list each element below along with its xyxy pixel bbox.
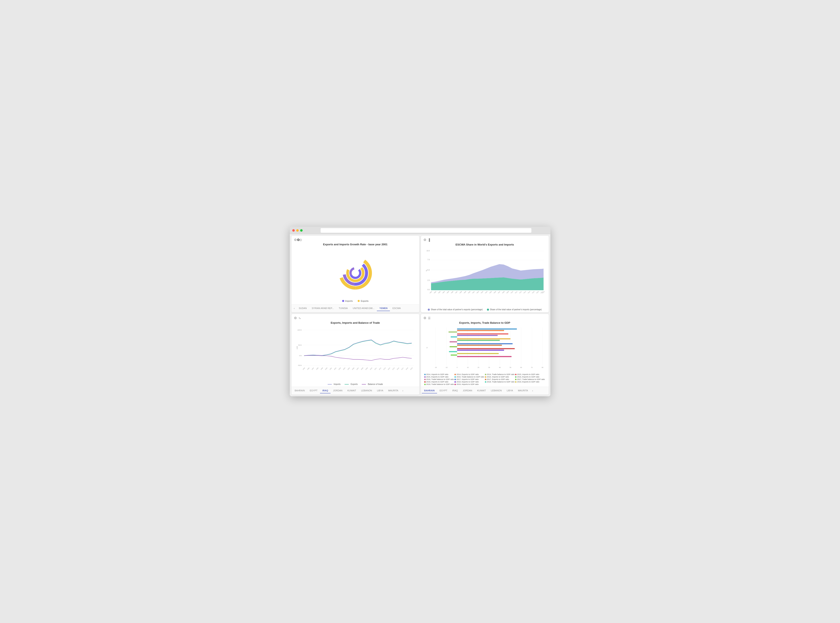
svg-rect-110 [457, 338, 510, 339]
tab-kuwait-4[interactable]: KUWAIT [475, 388, 488, 393]
imports-line-swatch [328, 384, 332, 385]
tabs-next-arrow-3[interactable]: › [401, 388, 405, 393]
label-2019-balance: 2019, Trade balance to GDP ratio [426, 383, 454, 385]
legend-2015-imports: 2015, Imports to GDP ratio [515, 373, 546, 375]
tab-uae[interactable]: UNITED ARAB EMI... [350, 306, 377, 311]
label-2019-imports: 2019, Imports to GDP ratio [457, 383, 479, 385]
svg-text:20: 20 [478, 367, 479, 368]
svg-text:2004: 2004 [343, 367, 346, 370]
svg-rect-119 [457, 353, 498, 354]
panel2-title: ESCWA Share in World's Exports and Impor… [421, 242, 549, 248]
tab-libya-3[interactable]: LIBYA [374, 388, 386, 393]
svg-text:2005: 2005 [489, 291, 492, 293]
legend-2016-exports: 2016, Exports to GDP ratio [515, 376, 546, 378]
tab-yemen[interactable]: YEMEN [377, 306, 390, 311]
tab-lebanon-4[interactable]: LEBANON [488, 388, 504, 393]
tab-escwa[interactable]: ESCWA [390, 306, 403, 311]
panel2-legend: Share of the total value of partner's ex… [421, 308, 549, 312]
svg-rect-107 [457, 333, 508, 335]
tab-libya-4[interactable]: LIBYA [504, 388, 515, 393]
svg-text:2003: 2003 [338, 367, 341, 370]
dot-2018-exports [454, 381, 456, 383]
svg-text:1997: 1997 [311, 367, 314, 370]
dot-2014-imports [424, 374, 426, 375]
line-chart: 100 B 50 B 0 B -50 B USD [296, 326, 415, 371]
label-2018-imports: 2018, Imports to GDP ratio [426, 381, 448, 383]
svg-text:%: % [426, 347, 428, 348]
svg-text:2007: 2007 [356, 367, 359, 370]
svg-text:2001: 2001 [472, 291, 475, 293]
label-2014-balance: 2014, Trade balance to GDP ratio [487, 373, 515, 375]
label-2016-balance: 2016, Trade balance to GDP ratio [426, 378, 454, 381]
balance-line-legend: Balance of trade [362, 383, 383, 385]
gear-icon[interactable]: ⚙ [423, 316, 426, 320]
svg-text:1996: 1996 [450, 291, 454, 293]
tab-iraq-3[interactable]: IRAQ [320, 388, 331, 393]
exports-dot [358, 300, 360, 302]
svg-text:2012: 2012 [378, 367, 382, 370]
svg-text:2007: 2007 [497, 291, 501, 293]
bar-chart-icon[interactable]: ▐ [428, 238, 430, 242]
gear-icon[interactable]: ⚙ [294, 316, 297, 320]
svg-text:2008: 2008 [501, 291, 505, 293]
tab-sudan[interactable]: SUDAN [296, 306, 310, 311]
tab-jordan-3[interactable]: JORDAN [331, 388, 345, 393]
svg-text:60: 60 [520, 367, 522, 368]
legend-2015-balance: 2015, Trade balance to GDP ratio [454, 376, 485, 378]
donut-chart-container [291, 248, 419, 298]
tab-tunisia[interactable]: TUNISIA [336, 306, 350, 311]
dot-2015-imports [515, 374, 517, 375]
line-chart-icon[interactable]: ∿ [299, 316, 301, 320]
donut-chart [337, 255, 374, 292]
tab-maurita-4[interactable]: MAURITA [515, 388, 530, 393]
dot-2019-balance [424, 384, 426, 385]
maximize-button[interactable] [300, 229, 303, 232]
panel1-title: Exports and Imports Growth Rate - base y… [291, 242, 419, 248]
gear-icon[interactable]: ⚙ [294, 238, 297, 242]
gear-icon[interactable]: ⚙ [423, 238, 426, 242]
tab-iraq-4[interactable]: IRAQ [450, 388, 460, 393]
legend-2018-exports: 2018, Exports to GDP ratio [454, 381, 485, 383]
filter-icon[interactable]: ☰ [428, 316, 431, 320]
legend-2014-imports: 2014, Imports to GDP ratio [424, 373, 455, 375]
tab-bahrain-4[interactable]: BAHRAIN [422, 388, 437, 393]
dot-2015-balance [454, 376, 456, 378]
tab-kuwait-3[interactable]: KUWAIT [345, 388, 359, 393]
tab-syrian[interactable]: SYRIAN ARAB REP... [309, 306, 336, 311]
tab-egypt-3[interactable]: EGYPT [307, 388, 320, 393]
svg-text:70: 70 [531, 367, 533, 368]
legend-2015-exports: 2015, Exports to GDP ratio [424, 376, 455, 378]
svg-text:2000: 2000 [468, 291, 471, 293]
svg-text:1998: 1998 [316, 367, 319, 370]
tab-jordan-4[interactable]: JORDAN [460, 388, 475, 393]
svg-text:2014: 2014 [527, 291, 530, 293]
legend-2018-balance: 2018, Trade balance to GDP ratio [485, 381, 515, 383]
exports-share-legend: Share of the total value of partner's ex… [428, 308, 483, 311]
imports-share-label: Share of the total value of partner's im… [490, 308, 542, 311]
tabs-next-arrow-4[interactable]: › [530, 388, 535, 393]
svg-text:30: 30 [488, 367, 490, 368]
exports-line-legend: Exports [345, 383, 358, 385]
svg-text:1996: 1996 [307, 367, 310, 370]
tab-maurita-3[interactable]: MAURITA [386, 388, 401, 393]
url-bar[interactable] [320, 228, 531, 233]
svg-text:2013: 2013 [383, 367, 386, 370]
svg-text:2010: 2010 [510, 291, 514, 293]
tab-bahrain-3[interactable]: BAHRAIN [292, 388, 307, 393]
panel4-toolbar: ⚙ ☰ [421, 314, 549, 321]
close-button[interactable] [292, 229, 295, 232]
svg-text:2016: 2016 [536, 291, 539, 293]
svg-rect-106 [448, 331, 457, 333]
svg-rect-115 [449, 346, 457, 347]
tabs-prev-arrow[interactable]: ‹ [292, 306, 296, 311]
svg-text:2012: 2012 [518, 291, 522, 293]
label-2015-imports: 2015, Imports to GDP ratio [517, 373, 539, 375]
svg-text:10: 10 [467, 367, 469, 368]
panel1-country-tabs: ‹ SUDAN SYRIAN ARAB REP... TUNISIA UNITE… [291, 304, 419, 312]
legend-2014-exports: 2014, Exports to GDP ratio [454, 373, 485, 375]
tab-egypt-4[interactable]: EGYPT [437, 388, 450, 393]
minimize-button[interactable] [296, 229, 299, 232]
tab-lebanon-3[interactable]: LEBANON [359, 388, 375, 393]
svg-text:5.0: 5.0 [427, 269, 430, 271]
svg-text:50 B: 50 B [298, 344, 301, 346]
